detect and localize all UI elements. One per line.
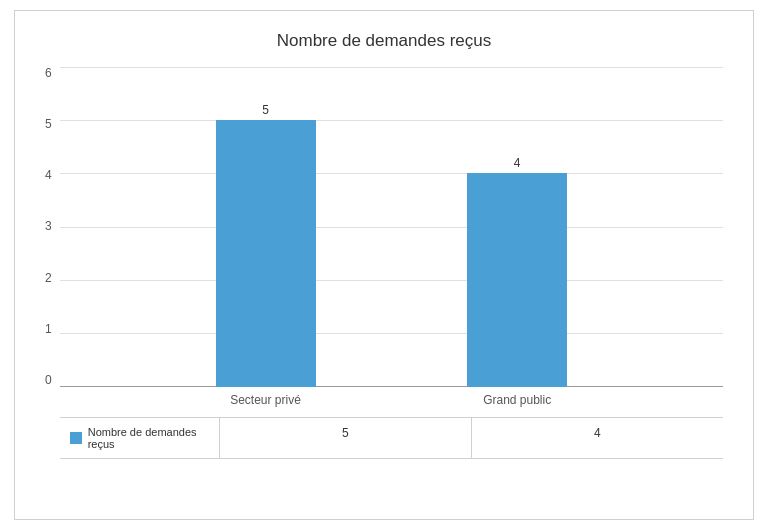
chart-body: 5 4 Secteur privé Grand public bbox=[60, 67, 723, 519]
legend-label-cell: Nombre de demandes reçus bbox=[60, 418, 220, 458]
x-label-secteur-prive: Secteur privé bbox=[216, 393, 316, 407]
bar-grand-public bbox=[467, 173, 567, 386]
legend-row: Nombre de demandes reçus 5 4 bbox=[60, 418, 723, 459]
bar-secteur-prive bbox=[216, 120, 316, 387]
legend-table: Nombre de demandes reçus 5 4 bbox=[60, 417, 723, 459]
bars-wrapper: 5 4 bbox=[60, 67, 723, 387]
legend-data-secteur-prive: 5 bbox=[220, 418, 472, 458]
legend-data-grand-public: 4 bbox=[472, 418, 723, 458]
x-axis-labels: Secteur privé Grand public bbox=[60, 387, 723, 407]
y-axis: 6 5 4 3 2 1 0 bbox=[45, 67, 60, 387]
y-label-2: 2 bbox=[45, 272, 52, 284]
chart-container: Nombre de demandes reçus 6 5 4 3 2 1 0 bbox=[14, 10, 754, 520]
y-label-5: 5 bbox=[45, 118, 52, 130]
legend-color-box bbox=[70, 432, 82, 444]
x-label-grand-public: Grand public bbox=[467, 393, 567, 407]
y-label-6: 6 bbox=[45, 67, 52, 79]
bar-group-grand-public: 4 bbox=[467, 156, 567, 386]
legend-label-text: Nombre de demandes reçus bbox=[88, 426, 209, 450]
y-label-3: 3 bbox=[45, 220, 52, 232]
bar-value-secteur-prive: 5 bbox=[262, 103, 269, 117]
y-label-1: 1 bbox=[45, 323, 52, 335]
bars-and-grid: 5 4 bbox=[60, 67, 723, 387]
chart-title: Nombre de demandes reçus bbox=[45, 31, 723, 51]
bar-group-secteur-prive: 5 bbox=[216, 103, 316, 387]
chart-area: 6 5 4 3 2 1 0 5 bbox=[45, 67, 723, 519]
y-label-4: 4 bbox=[45, 169, 52, 181]
y-label-0: 0 bbox=[45, 374, 52, 386]
bar-value-grand-public: 4 bbox=[514, 156, 521, 170]
